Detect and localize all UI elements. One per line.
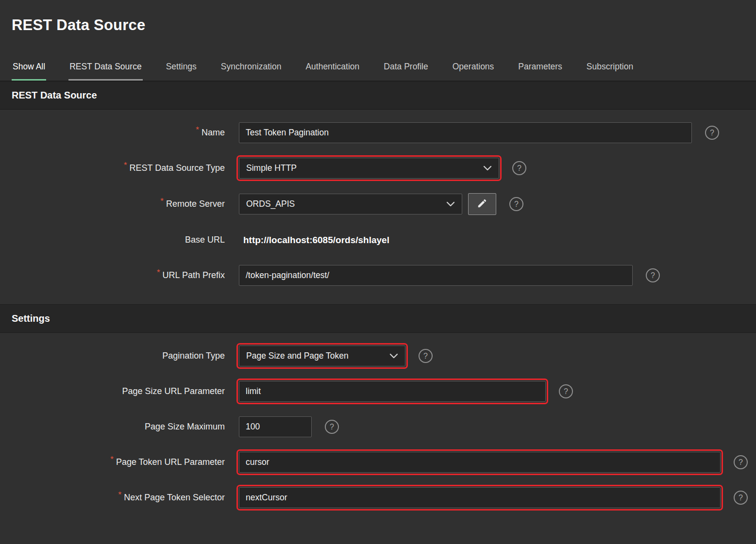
base-url-value: http://localhost:6085/ords/shlayel — [239, 235, 389, 246]
page-size-param-label: Page Size URL Parameter — [0, 386, 225, 397]
field-row-page-token-param: *Page Token URL Parameter ? — [0, 452, 756, 473]
page-token-param-input[interactable] — [239, 452, 721, 473]
url-path-prefix-help-icon[interactable]: ? — [646, 268, 660, 282]
name-input[interactable] — [239, 122, 692, 143]
required-marker: * — [196, 125, 199, 135]
remote-server-select[interactable]: ORDS_APIS — [239, 194, 462, 214]
pencil-icon — [477, 198, 487, 210]
tab-subscription[interactable]: Subscription — [586, 55, 634, 81]
section-header-rest-data-source: REST Data Source — [0, 81, 756, 110]
tab-operations[interactable]: Operations — [452, 55, 495, 81]
tab-data-profile[interactable]: Data Profile — [383, 55, 429, 81]
tab-synchronization[interactable]: Synchronization — [220, 55, 283, 81]
field-row-remote-server: *Remote Server ORDS_APIS ? — [0, 193, 756, 215]
settings-form: Pagination Type Page Size and Page Token… — [0, 333, 756, 527]
base-url-control: http://localhost:6085/ords/shlayel — [239, 235, 389, 246]
pagination-type-help-icon[interactable]: ? — [419, 349, 433, 363]
field-row-base-url: Base URL http://localhost:6085/ords/shla… — [0, 230, 756, 250]
page-token-param-label: *Page Token URL Parameter — [0, 457, 225, 468]
required-marker: * — [110, 455, 114, 464]
tab-parameters[interactable]: Parameters — [517, 55, 563, 81]
pagination-type-label: Pagination Type — [0, 351, 225, 362]
field-row-page-size-param: Page Size URL Parameter ? — [0, 381, 756, 402]
source-type-selected-value: Simple HTTP — [246, 163, 297, 173]
source-type-help-icon[interactable]: ? — [512, 161, 526, 175]
field-row-name: *Name ? — [0, 122, 756, 143]
pagination-type-selected-value: Page Size and Page Token — [246, 351, 349, 361]
name-help-icon[interactable]: ? — [705, 126, 719, 140]
tab-show-all[interactable]: Show All — [12, 55, 46, 81]
page-size-max-help-icon[interactable]: ? — [325, 420, 339, 434]
url-path-prefix-label: *URL Path Prefix — [0, 270, 225, 281]
page-title: REST Data Source — [12, 16, 744, 34]
next-token-selector-help-icon[interactable]: ? — [734, 491, 748, 505]
field-row-next-token-selector: *Next Page Token Selector ? — [0, 487, 756, 508]
tab-settings[interactable]: Settings — [165, 55, 198, 81]
name-label: *Name — [0, 128, 225, 138]
page-size-max-label: Page Size Maximum — [0, 422, 225, 432]
url-path-prefix-input[interactable] — [239, 265, 633, 286]
chevron-down-icon — [483, 165, 492, 171]
page-token-param-control: ? — [239, 452, 748, 473]
field-row-page-size-max: Page Size Maximum ? — [0, 416, 756, 437]
page-size-param-input[interactable] — [239, 381, 546, 402]
page-size-param-help-icon[interactable]: ? — [559, 384, 573, 398]
pagination-type-select[interactable]: Page Size and Page Token — [239, 346, 405, 366]
chevron-down-icon — [446, 201, 455, 207]
url-path-prefix-control: ? — [239, 265, 660, 286]
tab-bar: Show All REST Data Source Settings Synch… — [0, 55, 756, 81]
tab-authentication[interactable]: Authentication — [304, 55, 360, 81]
remote-server-selected-value: ORDS_APIS — [246, 199, 295, 209]
required-marker: * — [118, 490, 122, 500]
required-marker: * — [157, 268, 160, 278]
remote-server-label: *Remote Server — [0, 199, 225, 210]
next-token-selector-input[interactable] — [239, 487, 721, 508]
page-size-max-control: ? — [239, 416, 339, 437]
page-size-max-input[interactable] — [239, 416, 312, 437]
rest-data-source-form: *Name ? *REST Data Source Type Simple HT… — [0, 110, 756, 304]
chevron-down-icon — [389, 353, 398, 359]
next-token-selector-label: *Next Page Token Selector — [0, 493, 225, 503]
section-header-settings: Settings — [0, 304, 756, 333]
page-header: REST Data Source — [0, 0, 756, 34]
source-type-select[interactable]: Simple HTTP — [239, 158, 499, 179]
field-row-pagination-type: Pagination Type Page Size and Page Token… — [0, 346, 756, 366]
page-token-param-help-icon[interactable]: ? — [734, 455, 748, 469]
field-row-source-type: *REST Data Source Type Simple HTTP ? — [0, 158, 756, 179]
remote-server-control: ORDS_APIS ? — [239, 193, 523, 215]
source-type-label: *REST Data Source Type — [0, 163, 225, 174]
base-url-label: Base URL — [0, 235, 225, 246]
tab-rest-data-source[interactable]: REST Data Source — [68, 55, 143, 81]
next-token-selector-control: ? — [239, 487, 748, 508]
edit-remote-server-button[interactable] — [468, 193, 496, 215]
required-marker: * — [124, 161, 127, 170]
source-type-control: Simple HTTP ? — [239, 158, 526, 179]
pagination-type-control: Page Size and Page Token ? — [239, 346, 433, 366]
field-row-url-path-prefix: *URL Path Prefix ? — [0, 265, 756, 286]
page-size-param-control: ? — [239, 381, 573, 402]
required-marker: * — [160, 197, 164, 206]
remote-server-help-icon[interactable]: ? — [509, 197, 523, 211]
name-control: ? — [239, 122, 719, 143]
